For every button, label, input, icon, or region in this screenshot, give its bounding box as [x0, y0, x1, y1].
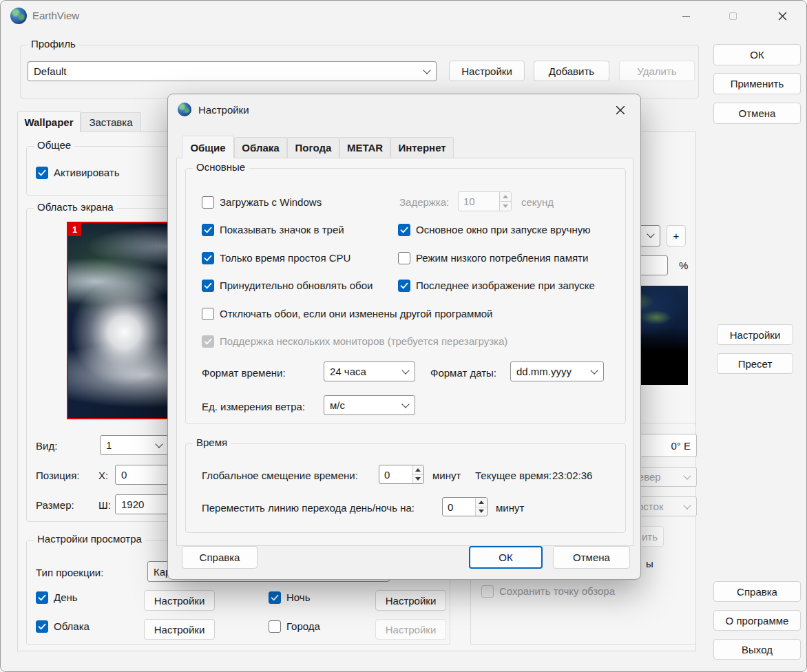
- close-button[interactable]: [766, 5, 798, 28]
- cities-settings-button[interactable]: Настройки: [375, 619, 446, 640]
- view-settings-group-label: Настройки просмотра: [34, 533, 145, 545]
- apply-button[interactable]: Применить: [713, 73, 801, 94]
- checkbox-unchecked-icon: [202, 308, 214, 320]
- wind-unit-select[interactable]: м/с: [324, 395, 415, 415]
- about-button[interactable]: О программе: [713, 610, 801, 631]
- current-time-value: 23:02:36: [552, 470, 592, 481]
- spin-up-icon[interactable]: [476, 498, 487, 507]
- save-viewpoint-label: Сохранить точку обзора: [499, 585, 615, 597]
- date-format-select[interactable]: dd.mm.yyyy: [510, 361, 604, 381]
- cpu-idle-checkbox[interactable]: Только время простоя CPU: [202, 251, 350, 264]
- size-width-label: Ш:: [98, 499, 111, 511]
- dialog-tab-internet[interactable]: Интернет: [390, 137, 454, 158]
- profile-settings-button[interactable]: Настройки: [449, 61, 525, 81]
- last-image-checkbox[interactable]: Последнее изображение при запуске: [398, 279, 595, 292]
- dialog-titlebar: Настройки: [168, 94, 640, 125]
- checkbox-checked-icon: [398, 280, 410, 292]
- view-label: Вид:: [36, 440, 57, 452]
- load-with-windows-checkbox[interactable]: Загружать с Windows: [202, 196, 322, 209]
- profile-group: Профиль Default Настройки Добавить Удали…: [20, 45, 699, 98]
- cancel-button[interactable]: Отмена: [713, 103, 801, 124]
- position-label: Позиция:: [36, 470, 79, 481]
- clouds-settings-button[interactable]: Настройки: [144, 619, 215, 640]
- spin-down-icon[interactable]: [412, 474, 423, 484]
- time-group: Время: [185, 443, 626, 533]
- day-checkbox[interactable]: День: [36, 591, 78, 604]
- low-memory-label: Режим низкого потребления памяти: [416, 252, 588, 264]
- date-format-label: Формат даты:: [430, 367, 496, 379]
- clouds-checkbox[interactable]: Облака: [36, 620, 90, 633]
- tray-icon-checkbox[interactable]: Показывать значок в трей: [202, 223, 344, 236]
- preset-button[interactable]: Пресет: [717, 353, 793, 374]
- tab-wallpaper[interactable]: Wallpaper: [17, 111, 81, 132]
- activate-checkbox[interactable]: Активировать: [36, 166, 120, 179]
- delay-spinner[interactable]: 10: [458, 191, 512, 211]
- dialog-tab-general[interactable]: Общие: [182, 136, 234, 158]
- force-wallpaper-checkbox[interactable]: Принудительно обновлять обои: [202, 279, 373, 292]
- close-icon: [616, 105, 625, 115]
- profile-delete-button[interactable]: Удалить: [619, 61, 695, 81]
- minimize-button[interactable]: [670, 5, 702, 28]
- spin-down-icon[interactable]: [500, 201, 511, 211]
- close-icon: [778, 12, 787, 21]
- view-select-value: 1: [106, 439, 112, 451]
- profile-select-value: Default: [34, 65, 67, 77]
- current-time-label: Текущее время:: [475, 470, 552, 481]
- dialog-help-button[interactable]: Справка: [182, 546, 258, 569]
- tab-screensaver[interactable]: Заставка: [81, 112, 141, 132]
- spin-up-icon[interactable]: [500, 192, 511, 201]
- monitor-number-badge: 1: [68, 223, 81, 236]
- dialog-tab-weather[interactable]: Погода: [287, 137, 339, 158]
- disable-changed-checkbox[interactable]: Отключать обои, если они изменены другой…: [202, 307, 492, 320]
- checkbox-checked-icon: [202, 252, 214, 264]
- multimonitor-label: Поддержка нескольких мониторов (требуетс…: [220, 335, 507, 347]
- night-checkbox[interactable]: Ночь: [269, 591, 310, 604]
- main-window-manual-checkbox[interactable]: Основное окно при запуске вручную: [398, 223, 591, 236]
- earthview-main-window: EarthView Профиль Default Настройки Доба…: [0, 0, 807, 672]
- clouds-label: Облака: [54, 620, 90, 632]
- daynight-line-spinner[interactable]: 0: [442, 497, 488, 516]
- time-group-label: Время: [193, 437, 231, 448]
- right-settings-button[interactable]: Настройки: [717, 324, 793, 345]
- maximize-button[interactable]: [717, 5, 748, 28]
- checkbox-unchecked-icon: [202, 196, 214, 209]
- multimonitor-checkbox[interactable]: Поддержка нескольких мониторов (требуетс…: [202, 335, 507, 348]
- dialog-cancel-button[interactable]: Отмена: [553, 546, 630, 569]
- ok-button[interactable]: ОК: [713, 44, 801, 65]
- profile-add-button[interactable]: Добавить: [534, 61, 609, 81]
- low-memory-checkbox[interactable]: Режим низкого потребления памяти: [398, 251, 588, 264]
- percent-label: %: [679, 260, 688, 271]
- day-settings-button[interactable]: Настройки: [144, 590, 215, 611]
- spin-up-icon[interactable]: [412, 465, 423, 474]
- dialog-tab-metar[interactable]: METAR: [339, 137, 390, 158]
- profile-group-label: Профиль: [28, 38, 79, 50]
- save-viewpoint-checkbox[interactable]: Сохранить точку обзора: [481, 585, 615, 598]
- checkbox-checked-icon: [202, 224, 214, 236]
- checkbox-checked-icon: [36, 167, 48, 179]
- dialog-tab-clouds[interactable]: Облака: [234, 137, 287, 158]
- help-button[interactable]: Справка: [713, 581, 801, 602]
- spin-down-icon[interactable]: [476, 507, 487, 516]
- checkbox-checked-icon: [202, 280, 214, 292]
- view-select[interactable]: 1: [100, 435, 169, 455]
- disable-changed-label: Отключать обои, если они изменены другой…: [220, 308, 492, 319]
- night-settings-button[interactable]: Настройки: [375, 590, 446, 611]
- screen-area-group-label: Область экрана: [34, 201, 117, 213]
- force-wallpaper-label: Принудительно обновлять обои: [220, 280, 373, 291]
- minimize-icon: [682, 16, 690, 17]
- last-image-label: Последнее изображение при запуске: [416, 280, 595, 291]
- dialog-close-button[interactable]: [609, 100, 632, 120]
- dialog-ok-button[interactable]: ОК: [469, 546, 543, 569]
- time-format-select[interactable]: 24 часа: [324, 361, 415, 381]
- profile-select[interactable]: Default: [28, 61, 437, 81]
- cities-checkbox[interactable]: Города: [269, 620, 320, 633]
- checkbox-unchecked-icon: [481, 585, 494, 598]
- zoom-plus-button[interactable]: +: [667, 225, 686, 246]
- time-format-value: 24 часа: [330, 366, 366, 377]
- global-offset-spinner[interactable]: 0: [379, 465, 424, 484]
- exit-button[interactable]: Выход: [713, 639, 801, 660]
- delay-value: 10: [459, 192, 499, 211]
- checkbox-checked-disabled-icon: [202, 335, 214, 348]
- window-title: EarthView: [32, 10, 79, 21]
- chevron-down-icon: [401, 400, 409, 408]
